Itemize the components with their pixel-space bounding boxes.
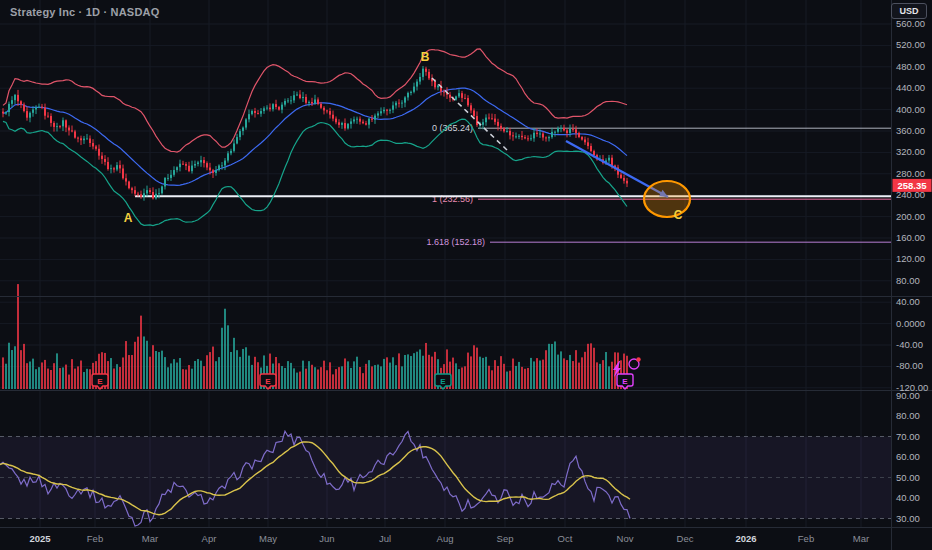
price-tick-label: 40.00 [896, 296, 920, 307]
price-tick-label: 560.00 [896, 18, 925, 29]
fib-level-label-0: 0 (365.24) [432, 123, 473, 133]
time-tick-label: Nov [617, 533, 634, 544]
price-tick-label: 400.00 [896, 104, 925, 115]
price-tick-label: 200.00 [896, 211, 925, 222]
price-tick-label: 520.00 [896, 39, 925, 50]
svg-text:E: E [97, 377, 103, 386]
time-tick-label: Jul [379, 533, 391, 544]
svg-text:E: E [265, 377, 271, 386]
fib-level-label-2: 1.618 (152.18) [426, 237, 485, 247]
rsi-tick-label: 40.00 [896, 492, 920, 503]
rsi-tick-label: 60.00 [896, 451, 920, 462]
time-tick-label: Feb [798, 533, 814, 544]
rsi-tick-label: 80.00 [896, 410, 920, 421]
last-price-value: 258.35 [897, 180, 927, 191]
svg-text:E: E [440, 377, 446, 386]
currency-toggle-button[interactable]: USD [891, 3, 927, 19]
time-tick-label: Dec [677, 533, 694, 544]
price-tick-label: 280.00 [896, 168, 925, 179]
time-tick-label: Aug [437, 533, 454, 544]
time-tick-label: Jun [319, 533, 334, 544]
time-tick-label: Mar [142, 533, 158, 544]
time-tick-label: 2026 [735, 533, 756, 544]
price-tick-label: -80.00 [896, 360, 923, 371]
price-tick-label: 480.00 [896, 61, 925, 72]
price-tick-label: 80.00 [896, 275, 920, 286]
price-tick-label: 360.00 [896, 125, 925, 136]
svg-text:E: E [622, 377, 628, 386]
wave-label-b[interactable]: B [421, 50, 430, 64]
wave-label-a[interactable]: A [124, 211, 133, 225]
tradingview-window: 0 (365.24)1 (232.56)1.618 (152.18)EEEEAB… [0, 0, 932, 550]
time-tick-label: Oct [558, 533, 573, 544]
rsi-tick-label: 90.00 [896, 390, 920, 401]
rsi-tick-label: 70.00 [896, 431, 920, 442]
price-tick-label: 440.00 [896, 82, 925, 93]
time-tick-label: 2025 [29, 533, 51, 544]
wave-label-c[interactable]: C [674, 208, 683, 222]
time-tick-label: Feb [87, 533, 103, 544]
time-axis[interactable]: 2025FebMarAprMayJunJulAugSepOctNovDec202… [29, 533, 869, 544]
time-tick-label: May [259, 533, 277, 544]
chart-canvas[interactable]: 0 (365.24)1 (232.56)1.618 (152.18)EEEEAB… [0, 0, 932, 550]
time-tick-label: Mar [853, 533, 869, 544]
highlight-circle[interactable] [644, 181, 690, 217]
symbol-title[interactable]: Strategy Inc · 1D · NASDAQ [10, 6, 159, 18]
price-tick-label: 320.00 [896, 146, 925, 157]
time-tick-label: Sep [497, 533, 514, 544]
price-tick-label: 160.00 [896, 232, 925, 243]
price-tick-label: 0.0000 [896, 318, 925, 329]
price-tick-label: 120.00 [896, 253, 925, 264]
rsi-tick-label: 50.00 [896, 472, 920, 483]
time-tick-label: Apr [202, 533, 217, 544]
rsi-tick-label: 30.00 [896, 513, 920, 524]
alert-dot-icon [636, 357, 640, 361]
price-tick-label: -40.00 [896, 339, 923, 350]
